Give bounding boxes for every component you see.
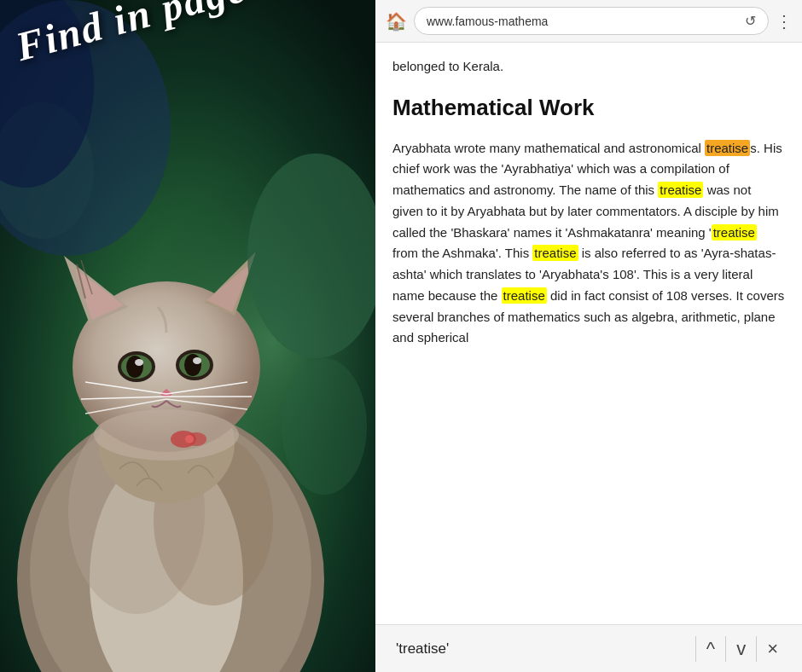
- intro-paragraph: belonged to Kerala.: [392, 56, 785, 77]
- svg-point-17: [126, 356, 143, 378]
- url-bar[interactable]: www.famous-mathema ↺: [414, 7, 769, 35]
- svg-point-32: [185, 435, 194, 443]
- url-text: www.famous-mathema: [427, 14, 548, 28]
- address-bar: 🏠 www.famous-mathema ↺ ⋮: [375, 0, 802, 43]
- intro-text: belonged to Kerala.: [392, 59, 503, 73]
- text-part1: Aryabhata wrote many mathematical and as…: [392, 141, 705, 155]
- left-panel: Find in page: [0, 0, 375, 672]
- cat-image: [0, 0, 375, 672]
- svg-point-29: [94, 409, 239, 461]
- reload-icon[interactable]: ↺: [745, 13, 756, 29]
- find-close-button[interactable]: ×: [757, 636, 788, 662]
- svg-point-35: [282, 358, 367, 495]
- find-bar: 'treatise' ^ v ×: [375, 624, 802, 672]
- home-icon[interactable]: 🏠: [386, 11, 407, 32]
- highlight-treatise-5: treatise: [502, 287, 547, 304]
- body-paragraph: Aryabhata wrote many mathematical and as…: [392, 138, 785, 350]
- svg-point-22: [193, 357, 201, 364]
- text-part4: from the Ashmaka'. This: [392, 246, 532, 260]
- svg-point-18: [135, 359, 143, 366]
- find-next-button[interactable]: v: [726, 636, 756, 662]
- highlight-treatise-3: treatise: [712, 224, 757, 240]
- section-title: Mathematical Work: [392, 90, 785, 126]
- find-previous-button[interactable]: ^: [696, 636, 725, 662]
- menu-icon[interactable]: ⋮: [776, 11, 792, 32]
- right-panel: 🏠 www.famous-mathema ↺ ⋮ belonged to Ker…: [375, 0, 802, 672]
- highlight-treatise-2: treatise: [658, 182, 703, 198]
- article-content: belonged to Kerala. Mathematical Work Ar…: [375, 43, 802, 624]
- highlight-treatise-4: treatise: [532, 245, 578, 261]
- svg-point-21: [184, 354, 201, 376]
- find-query-text[interactable]: 'treatise': [389, 637, 695, 661]
- highlight-treatise-1: treatise: [705, 140, 750, 156]
